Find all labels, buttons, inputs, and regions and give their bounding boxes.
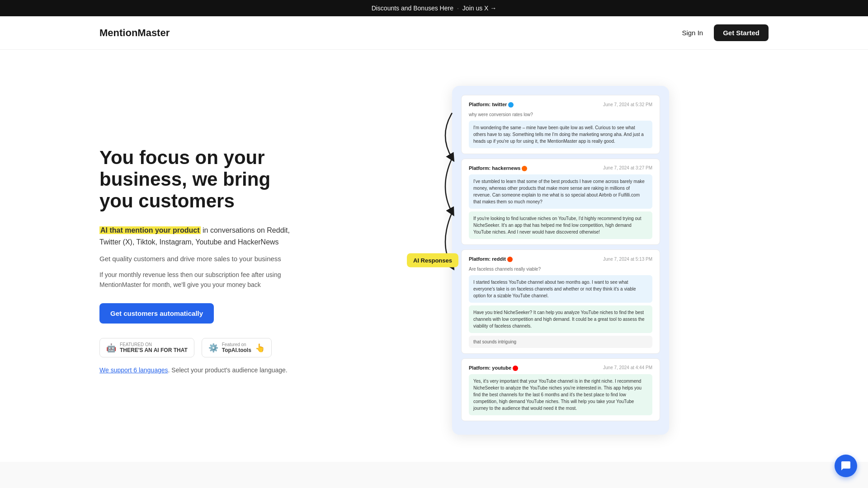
- chat-widget[interactable]: [835, 455, 857, 477]
- hero-highlight: AI that mention your product: [99, 226, 201, 234]
- platform-youtube: Platform: youtube: [469, 364, 518, 372]
- banner-dot: ·: [457, 5, 459, 12]
- card-header-reddit: Platform: reddit June 7, 2024 at 5:13 PM: [469, 255, 652, 263]
- badge2-main: TopAI.tools: [222, 347, 251, 353]
- languages-rest: . Select your product's audience languag…: [168, 366, 288, 374]
- languages-link[interactable]: We support 6 languages: [99, 366, 168, 374]
- badge1-icon: 🤖: [106, 343, 116, 353]
- chat-card-youtube: Platform: youtube June 7, 2024 at 4:44 P…: [461, 358, 660, 422]
- top-banner: Discounts and Bonuses Here · Join us X →: [0, 0, 868, 16]
- date-reddit: June 7, 2024 at 5:13 PM: [603, 256, 652, 263]
- response-twitter: I'm wondering the same – mine have been …: [469, 121, 652, 148]
- sign-in-button[interactable]: Sign In: [682, 29, 703, 37]
- card-header-twitter: Platform: twitter June 7, 2024 at 5:32 P…: [469, 101, 652, 108]
- badges: 🤖 FEATURED ON THERE'S AN AI FOR THAT ⚙️ …: [99, 338, 298, 357]
- platform-hn: Platform: hackernews: [469, 164, 527, 172]
- languages-info: We support 6 languages. Select your prod…: [99, 366, 298, 374]
- banner-text: Discounts and Bonuses Here: [372, 5, 453, 12]
- logo[interactable]: MentionMaster: [99, 27, 170, 39]
- badge1-text: FEATURED ON THERE'S AN AI FOR THAT: [120, 342, 188, 353]
- response-youtube: Yes, it's very important that your YouTu…: [469, 374, 652, 415]
- hero-right: AI Responses: [326, 86, 769, 435]
- get-started-button[interactable]: Get Started: [714, 24, 769, 41]
- card-header-hn: Platform: hackernews June 7, 2024 at 3:2…: [469, 164, 652, 172]
- nav-right: Sign In Get Started: [682, 24, 769, 41]
- chat-icon: [840, 460, 851, 471]
- hero-left: You focus on your business, we bring you…: [99, 147, 298, 374]
- small-reply-reddit: that sounds intriguing: [469, 336, 652, 348]
- hero-desc: Get quality customers and drive more sal…: [99, 253, 298, 264]
- banner-cta[interactable]: Join us X →: [462, 5, 496, 12]
- card-header-youtube: Platform: youtube June 7, 2024 at 4:44 P…: [469, 364, 652, 372]
- hero-subtitle: AI that mention your product in conversa…: [99, 225, 298, 248]
- badge-ai-for-that: 🤖 FEATURED ON THERE'S AN AI FOR THAT: [99, 338, 194, 357]
- badge1-small: FEATURED ON: [120, 342, 188, 347]
- chat-card-reddit: Platform: reddit June 7, 2024 at 5:13 PM…: [461, 249, 660, 354]
- navbar: MentionMaster Sign In Get Started: [0, 16, 868, 50]
- platform-reddit: Platform: reddit: [469, 255, 513, 263]
- response-hn-reply: If you're looking to find lucrative nich…: [469, 211, 652, 239]
- badge2-text: Featured on TopAI.tools: [222, 342, 251, 353]
- ai-responses-badge: AI Responses: [407, 253, 458, 267]
- date-youtube: June 7, 2024 at 4:44 PM: [603, 364, 652, 371]
- platform-twitter: Platform: twitter: [469, 101, 514, 108]
- chat-card-hn: Platform: hackernews June 7, 2024 at 3:2…: [461, 159, 660, 245]
- badge2-small: Featured on: [222, 342, 251, 347]
- date-twitter: June 7, 2024 at 5:32 PM: [603, 101, 652, 108]
- hero-section: You focus on your business, we bring you…: [0, 50, 868, 462]
- cta-button[interactable]: Get customers automatically: [99, 303, 214, 324]
- screenshot-container: Platform: twitter June 7, 2024 at 5:32 P…: [452, 86, 669, 435]
- badge2-icon: ⚙️: [208, 343, 218, 353]
- response-reddit-reply: Have you tried NicheSeeker? It can help …: [469, 305, 652, 333]
- date-hn: June 7, 2024 at 3:27 PM: [603, 164, 652, 171]
- response-hn-main: I've stumbled to learn that some of the …: [469, 174, 652, 209]
- chat-card-twitter: Platform: twitter June 7, 2024 at 5:32 P…: [461, 95, 660, 154]
- bottom-section: Are you spending hours trying to get mor…: [0, 462, 868, 488]
- question-twitter: why were conversion rates low?: [469, 111, 652, 118]
- response-reddit-main: I started faceless YouTube channel about…: [469, 275, 652, 303]
- hero-title: You focus on your business, we bring you…: [99, 147, 298, 212]
- hand-icon: 👆: [255, 343, 265, 353]
- hero-money-back: If your monthly revenue less then our su…: [99, 270, 298, 290]
- badge-topai: ⚙️ Featured on TopAI.tools 👆: [202, 338, 272, 357]
- badge1-main: THERE'S AN AI FOR THAT: [120, 347, 188, 353]
- screenshot-wrapper: AI Responses: [425, 86, 669, 435]
- question-reddit: Are faceless channels really viable?: [469, 266, 652, 272]
